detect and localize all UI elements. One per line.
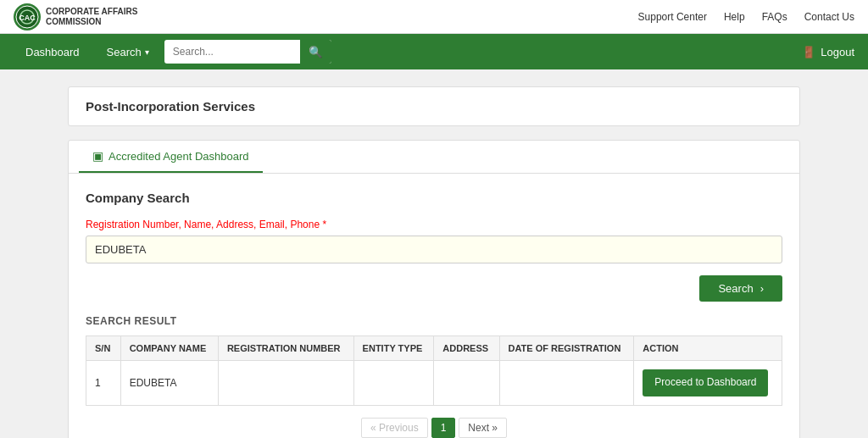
proceed-to-dashboard-button[interactable]: Proceed to Dashboard	[643, 369, 768, 396]
previous-page-button[interactable]: « Previous	[361, 418, 428, 438]
col-registration-number: REGISTRATION NUMBER	[218, 336, 353, 361]
cell-address	[434, 361, 499, 406]
main-search-input[interactable]	[164, 42, 300, 61]
main-search-button[interactable]: 🔍	[300, 40, 331, 64]
brand-text: CORPORATE AFFAIRS COMMISSION	[46, 7, 137, 27]
tabs-container: ▣ Accredited Agent Dashboard Company Sea…	[68, 140, 800, 438]
page-1-button[interactable]: 1	[431, 418, 456, 438]
top-nav: CAC CORPORATE AFFAIRS COMMISSION Support…	[0, 0, 868, 34]
search-result-label: SEARCH RESULT	[86, 315, 782, 327]
chevron-down-icon: ▾	[145, 47, 149, 57]
faqs-link[interactable]: FAQs	[762, 11, 787, 23]
dashboard-nav-item[interactable]: Dashboard	[14, 37, 92, 67]
tab-accredited-agent-dashboard[interactable]: ▣ Accredited Agent Dashboard	[79, 141, 263, 173]
main-search-bar: 🔍	[164, 40, 331, 64]
main-nav-left: Dashboard Search ▾ 🔍	[14, 37, 331, 67]
tab-header: ▣ Accredited Agent Dashboard	[69, 141, 799, 174]
cell-company-name: EDUBETA	[120, 361, 218, 406]
section-header: Post-Incorporation Services	[68, 86, 800, 126]
cell-date	[499, 361, 634, 406]
tab-icon: ▣	[92, 149, 103, 163]
cell-entity-type	[353, 361, 434, 406]
search-nav-label: Search	[107, 46, 142, 58]
search-field-label: Registration Number, Name, Address, Emai…	[86, 219, 782, 230]
result-table: S/N COMPANY NAME REGISTRATION NUMBER ENT…	[86, 335, 782, 406]
brand-logo: CAC	[14, 3, 41, 30]
contact-us-link[interactable]: Contact Us	[804, 11, 854, 23]
col-entity-type: ENTITY TYPE	[353, 336, 434, 361]
cell-registration-number	[218, 361, 353, 406]
cell-action: Proceed to Dashboard	[634, 361, 782, 406]
help-link[interactable]: Help	[724, 11, 745, 23]
brand: CAC CORPORATE AFFAIRS COMMISSION	[14, 3, 137, 30]
company-search-title: Company Search	[86, 191, 782, 205]
search-nav-item[interactable]: Search ▾	[95, 37, 161, 67]
col-action: ACTION	[634, 336, 782, 361]
search-submit-button[interactable]: Search ›	[699, 275, 782, 302]
pagination: « Previous 1 Next »	[86, 418, 782, 438]
col-company-name: COMPANY NAME	[120, 336, 218, 361]
support-center-link[interactable]: Support Center	[638, 11, 707, 23]
top-nav-links: Support Center Help FAQs Contact Us	[638, 11, 854, 23]
search-arrow-icon: ›	[760, 282, 764, 295]
logout-icon: 🚪	[802, 46, 815, 58]
search-btn-row: Search ›	[86, 275, 782, 302]
table-row: 1 EDUBETA Proceed to Dashboard	[86, 361, 782, 406]
cell-sn: 1	[86, 361, 121, 406]
page-content: Post-Incorporation Services ▣ Accredited…	[0, 69, 868, 438]
logout-button[interactable]: 🚪 Logout	[802, 46, 854, 58]
tab-content: Company Search Registration Number, Name…	[69, 174, 799, 438]
svg-text:CAC: CAC	[19, 14, 36, 22]
next-page-button[interactable]: Next »	[459, 418, 507, 438]
main-nav: Dashboard Search ▾ 🔍 🚪 Logout	[0, 34, 868, 69]
table-header-row: S/N COMPANY NAME REGISTRATION NUMBER ENT…	[86, 336, 782, 361]
col-sn: S/N	[86, 336, 121, 361]
col-address: ADDRESS	[434, 336, 499, 361]
col-date-of-registration: DATE OF REGISTRATION	[499, 336, 634, 361]
company-search-input[interactable]	[86, 236, 782, 263]
required-asterisk: *	[322, 219, 326, 230]
search-icon: 🔍	[309, 46, 323, 58]
